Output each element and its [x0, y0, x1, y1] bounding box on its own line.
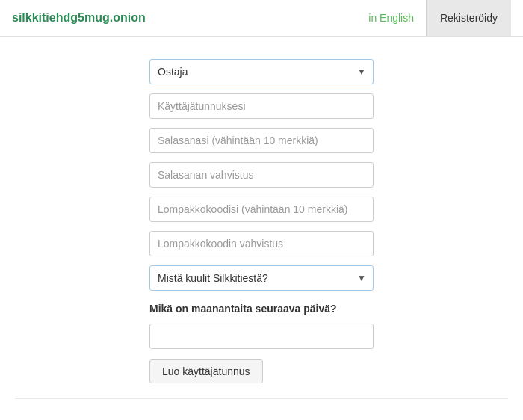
registration-form: Ostaja Myyjä ▼ Mistä kuulit Silkkitiestä… [149, 59, 374, 383]
site-logo[interactable]: silkkitiehdg5mug.onion [12, 11, 146, 25]
header-nav: in English Rekisteröidy [356, 0, 511, 36]
username-input[interactable] [149, 93, 374, 119]
header: silkkitiehdg5mug.onion in English Rekist… [0, 0, 523, 37]
heard-select[interactable]: Mistä kuulit Silkkitiestä? Google Foorum… [149, 265, 374, 291]
captcha-answer-input[interactable] [149, 324, 374, 349]
wallet-confirm-input[interactable] [149, 231, 374, 256]
page-separator [15, 398, 508, 399]
wallet-input[interactable] [149, 197, 374, 222]
password-input[interactable] [149, 128, 374, 153]
captcha-question: Mikä on maanantaita seuraava päivä? [149, 303, 374, 315]
role-select-wrapper: Ostaja Myyjä ▼ [149, 59, 374, 84]
language-link[interactable]: in English [356, 12, 426, 24]
register-button[interactable]: Rekisteröidy [426, 0, 511, 36]
role-select[interactable]: Ostaja Myyjä [149, 59, 374, 84]
password-confirm-input[interactable] [149, 162, 374, 188]
submit-button[interactable]: Luo käyttäjätunnus [149, 359, 263, 383]
main-content: Ostaja Myyjä ▼ Mistä kuulit Silkkitiestä… [0, 37, 523, 414]
heard-select-wrapper: Mistä kuulit Silkkitiestä? Google Foorum… [149, 265, 374, 291]
